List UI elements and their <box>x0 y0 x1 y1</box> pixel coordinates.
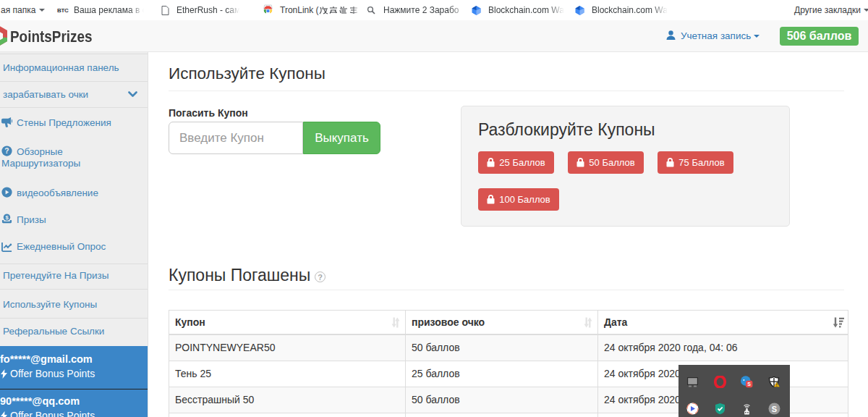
svg-text:S: S <box>772 405 777 413</box>
svg-text:!: ! <box>776 383 778 387</box>
svg-text:S: S <box>747 382 751 387</box>
svg-text:?: ? <box>4 147 9 155</box>
